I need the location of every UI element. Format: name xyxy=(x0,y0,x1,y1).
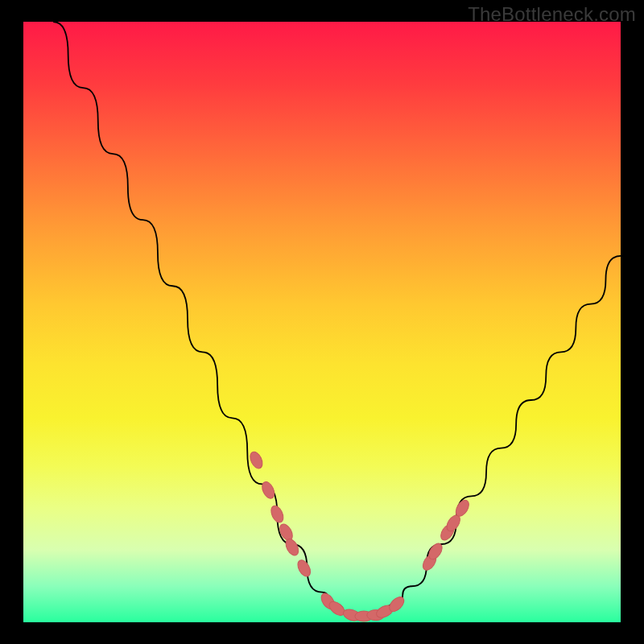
data-marker xyxy=(295,558,313,579)
chart-svg xyxy=(23,22,621,622)
data-marker xyxy=(283,537,301,558)
watermark-text: TheBottleneck.com xyxy=(468,3,636,26)
data-marker xyxy=(260,480,277,500)
bottleneck-curve xyxy=(53,22,621,617)
data-marker xyxy=(248,450,265,470)
chart-plot-area xyxy=(23,22,621,622)
data-marker xyxy=(269,504,286,524)
